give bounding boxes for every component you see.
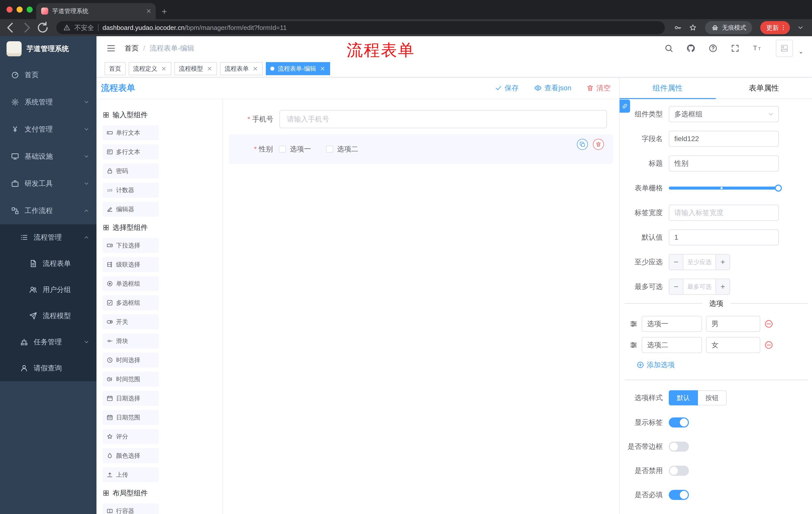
window-maximize-button[interactable]: [27, 6, 33, 12]
palette-item-rate[interactable]: 评分: [103, 429, 159, 444]
reload-icon[interactable]: [36, 21, 49, 34]
increase-button[interactable]: [716, 254, 730, 270]
address-bar[interactable]: 不安全 dashboard.yudao.iocoder.cn/bpm/manag…: [56, 21, 665, 34]
option-label-input[interactable]: [642, 316, 702, 332]
tab-form-props[interactable]: 表单属性: [716, 77, 812, 99]
default-value-input[interactable]: [669, 229, 779, 245]
tag-process-definition[interactable]: 流程定义: [128, 62, 171, 75]
toolbar-chevron-icon[interactable]: [797, 24, 804, 31]
sidebar-item-workflow[interactable]: 工作流程: [0, 197, 96, 224]
palette-item-time-range[interactable]: 时间范围: [103, 372, 159, 387]
palette-item-cascader[interactable]: 级联选择: [103, 257, 159, 272]
with-border-switch[interactable]: [669, 441, 689, 452]
view-json-button[interactable]: 查看json: [534, 83, 571, 93]
breadcrumb-home[interactable]: 首页: [125, 44, 139, 53]
palette-item-radio-group[interactable]: 单选框组: [103, 276, 159, 291]
save-button[interactable]: 保存: [495, 83, 519, 93]
tab-component-props[interactable]: 组件属性: [619, 77, 716, 99]
tag-close-icon[interactable]: [161, 65, 167, 72]
palette-item-password[interactable]: 密码: [103, 163, 159, 179]
gender-option-1[interactable]: 选项一: [279, 144, 311, 154]
style-button-button[interactable]: 按钮: [698, 390, 727, 405]
palette-item-date-range[interactable]: 日期范围: [103, 410, 159, 425]
palette-item-editor[interactable]: 编辑器: [103, 202, 159, 217]
copy-widget-button[interactable]: [577, 139, 588, 150]
palette-item-upload[interactable]: 上传: [103, 467, 159, 482]
sidebar-item-infrastructure[interactable]: 基础设施: [0, 143, 96, 170]
forward-icon[interactable]: [20, 21, 33, 34]
palette-item-color-picker[interactable]: 颜色选择: [103, 448, 159, 463]
fullscreen-icon[interactable]: [731, 44, 740, 53]
delete-widget-button[interactable]: [593, 139, 604, 150]
sidebar-item-home[interactable]: 首页: [0, 61, 96, 88]
label-width-input[interactable]: [669, 205, 779, 221]
max-select-input[interactable]: [684, 279, 716, 294]
palette-item-multi-line-text[interactable]: 多行文本: [103, 144, 159, 159]
back-icon[interactable]: [4, 21, 17, 34]
palette-item-row-container[interactable]: 行容器: [103, 504, 159, 514]
checkbox-box[interactable]: [326, 145, 333, 153]
github-icon[interactable]: [686, 44, 695, 53]
min-select-input[interactable]: [684, 254, 716, 270]
sidebar-item-process-form[interactable]: 流程表单: [0, 250, 96, 277]
update-button[interactable]: 更新: [760, 21, 790, 34]
slider-knob[interactable]: [775, 185, 782, 192]
palette-item-counter[interactable]: 123计数器: [103, 183, 159, 198]
window-close-button[interactable]: [6, 6, 12, 12]
grid-slider[interactable]: [669, 180, 779, 196]
gender-option-2[interactable]: 选项二: [326, 144, 358, 154]
slider-track[interactable]: [669, 187, 779, 190]
tag-close-icon[interactable]: [252, 65, 258, 72]
add-option-button[interactable]: 添加选项: [637, 360, 812, 370]
decrease-button[interactable]: [669, 254, 684, 270]
phone-input[interactable]: [279, 110, 607, 128]
palette-item-switch[interactable]: 开关: [103, 314, 159, 329]
security-warning-icon[interactable]: [63, 24, 70, 31]
style-default-button[interactable]: 默认: [669, 390, 698, 405]
tag-process-model[interactable]: 流程模型: [174, 62, 217, 75]
sidebar-item-dev-tools[interactable]: 研发工具: [0, 170, 96, 197]
new-tab-button[interactable]: [161, 8, 168, 15]
form-canvas[interactable]: 手机号 性别: [223, 99, 619, 514]
link-tag[interactable]: [619, 100, 630, 113]
sidebar-item-process-model[interactable]: 流程模型: [0, 303, 96, 329]
drag-handle-icon[interactable]: [630, 341, 638, 349]
increase-button[interactable]: [716, 279, 730, 294]
tab-close-icon[interactable]: [146, 8, 152, 14]
option-value-input[interactable]: [706, 316, 760, 332]
avatar-caret-icon[interactable]: [798, 50, 804, 56]
show-label-switch[interactable]: [669, 417, 689, 428]
search-icon[interactable]: [664, 44, 673, 53]
bookmark-icon[interactable]: [689, 24, 697, 32]
help-icon[interactable]: [708, 44, 718, 53]
palette-item-time-picker[interactable]: 时间选择: [103, 353, 159, 368]
remove-option-icon[interactable]: [764, 341, 773, 350]
avatar[interactable]: [776, 40, 793, 57]
sidebar-item-system-management[interactable]: 系统管理: [0, 88, 96, 116]
sidebar-item-user-group[interactable]: 用户分组: [0, 277, 96, 303]
remove-option-icon[interactable]: [764, 319, 773, 328]
canvas-field-phone[interactable]: 手机号: [229, 110, 607, 128]
tag-close-icon[interactable]: [320, 65, 326, 72]
sidebar-item-process-management[interactable]: 流程管理: [0, 224, 96, 250]
tag-process-form-edit[interactable]: 流程表单-编辑: [266, 62, 330, 75]
checkbox-box[interactable]: [279, 145, 286, 153]
browser-tab[interactable]: 芋道管理系统: [36, 3, 156, 19]
sidebar-toggle-icon[interactable]: [107, 44, 116, 53]
canvas-field-gender-selected[interactable]: 性别 选项一 选项二: [229, 134, 613, 164]
drag-handle-icon[interactable]: [630, 320, 638, 328]
component-type-select[interactable]: 多选框组: [669, 106, 779, 122]
font-size-icon[interactable]: TT: [753, 43, 763, 53]
required-switch[interactable]: [669, 490, 689, 500]
app-logo[interactable]: 芋道管理系统: [0, 36, 96, 61]
palette-item-date-picker[interactable]: 日期选择: [103, 391, 159, 406]
palette-item-slider[interactable]: 滑块: [103, 333, 159, 349]
window-minimize-button[interactable]: [17, 6, 23, 12]
sidebar-item-payment-management[interactable]: 支付管理: [0, 116, 96, 143]
sidebar-item-leave-query[interactable]: 请假查询: [0, 355, 96, 381]
palette-item-select[interactable]: 下拉选择: [103, 238, 159, 253]
palette-item-single-line-text[interactable]: 单行文本: [103, 125, 159, 140]
tag-home[interactable]: 首页: [105, 62, 126, 75]
decrease-button[interactable]: [669, 279, 684, 294]
title-input[interactable]: [669, 155, 779, 171]
